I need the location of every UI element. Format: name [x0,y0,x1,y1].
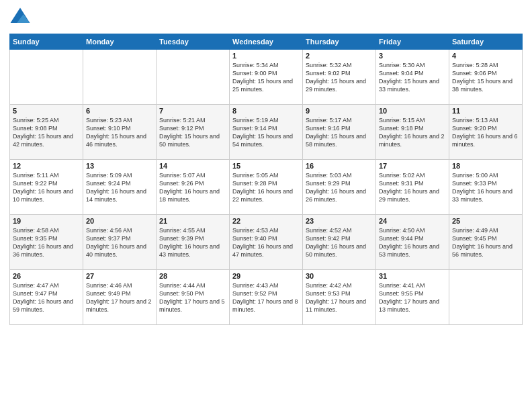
day-cell [83,50,157,105]
day-number: 6 [86,107,153,115]
day-cell: 26Sunrise: 4:47 AM Sunset: 9:47 PM Dayli… [10,270,83,325]
day-info: Sunrise: 4:58 AM Sunset: 9:35 PM Dayligh… [13,226,80,259]
day-cell: 12Sunrise: 5:11 AM Sunset: 9:22 PM Dayli… [10,160,83,215]
week-row-2: 12Sunrise: 5:11 AM Sunset: 9:22 PM Dayli… [10,160,523,215]
day-cell: 24Sunrise: 4:50 AM Sunset: 9:44 PM Dayli… [376,215,449,270]
day-number: 13 [86,162,153,170]
day-info: Sunrise: 4:49 AM Sunset: 9:45 PM Dayligh… [452,226,519,259]
day-number: 31 [379,272,446,280]
day-number: 28 [159,272,226,280]
day-info: Sunrise: 5:21 AM Sunset: 9:12 PM Dayligh… [159,116,226,149]
col-header-friday: Friday [376,34,449,50]
day-number: 25 [452,217,519,225]
page: SundayMondayTuesdayWednesdayThursdayFrid… [0,0,532,411]
day-info: Sunrise: 5:28 AM Sunset: 9:06 PM Dayligh… [452,61,519,94]
day-cell: 1Sunrise: 5:34 AM Sunset: 9:00 PM Daylig… [230,50,303,105]
day-number: 14 [159,162,226,170]
day-cell: 14Sunrise: 5:07 AM Sunset: 9:26 PM Dayli… [157,160,230,215]
day-number: 23 [306,217,373,225]
day-info: Sunrise: 5:32 AM Sunset: 9:02 PM Dayligh… [306,61,373,94]
day-cell: 5Sunrise: 5:25 AM Sunset: 9:08 PM Daylig… [10,105,83,160]
day-info: Sunrise: 5:03 AM Sunset: 9:29 PM Dayligh… [306,171,373,204]
calendar-table: SundayMondayTuesdayWednesdayThursdayFrid… [9,34,523,325]
day-info: Sunrise: 4:56 AM Sunset: 9:37 PM Dayligh… [86,226,153,259]
col-header-thursday: Thursday [303,34,376,50]
day-cell [449,270,523,325]
day-cell: 27Sunrise: 4:46 AM Sunset: 9:49 PM Dayli… [83,270,157,325]
day-info: Sunrise: 5:19 AM Sunset: 9:14 PM Dayligh… [232,116,300,149]
day-number: 1 [232,52,300,60]
day-cell: 3Sunrise: 5:30 AM Sunset: 9:04 PM Daylig… [376,50,449,105]
logo-icon [9,7,31,28]
day-number: 5 [13,107,80,115]
day-info: Sunrise: 5:07 AM Sunset: 9:26 PM Dayligh… [159,171,226,204]
day-cell: 13Sunrise: 5:09 AM Sunset: 9:24 PM Dayli… [83,160,157,215]
day-info: Sunrise: 5:30 AM Sunset: 9:04 PM Dayligh… [379,61,446,94]
day-info: Sunrise: 4:55 AM Sunset: 9:39 PM Dayligh… [159,226,226,259]
day-info: Sunrise: 5:11 AM Sunset: 9:22 PM Dayligh… [13,171,80,204]
day-cell: 8Sunrise: 5:19 AM Sunset: 9:14 PM Daylig… [230,105,303,160]
day-number: 19 [13,217,80,225]
day-number: 9 [306,107,373,115]
day-info: Sunrise: 5:13 AM Sunset: 9:20 PM Dayligh… [452,116,519,149]
day-info: Sunrise: 5:09 AM Sunset: 9:24 PM Dayligh… [86,171,153,204]
day-cell: 16Sunrise: 5:03 AM Sunset: 9:29 PM Dayli… [303,160,376,215]
day-info: Sunrise: 4:43 AM Sunset: 9:52 PM Dayligh… [232,281,300,314]
col-header-tuesday: Tuesday [157,34,230,50]
day-number: 27 [86,272,153,280]
col-header-sunday: Sunday [10,34,83,50]
day-cell: 18Sunrise: 5:00 AM Sunset: 9:33 PM Dayli… [449,160,523,215]
day-number: 12 [13,162,80,170]
day-cell: 7Sunrise: 5:21 AM Sunset: 9:12 PM Daylig… [157,105,230,160]
col-header-saturday: Saturday [449,34,523,50]
day-number: 3 [379,52,446,60]
day-number: 4 [452,52,519,60]
day-cell: 6Sunrise: 5:23 AM Sunset: 9:10 PM Daylig… [83,105,157,160]
day-cell [157,50,230,105]
day-cell: 10Sunrise: 5:15 AM Sunset: 9:18 PM Dayli… [376,105,449,160]
day-cell: 29Sunrise: 4:43 AM Sunset: 9:52 PM Dayli… [230,270,303,325]
day-cell: 19Sunrise: 4:58 AM Sunset: 9:35 PM Dayli… [10,215,83,270]
day-info: Sunrise: 4:42 AM Sunset: 9:53 PM Dayligh… [306,281,373,314]
day-number: 30 [306,272,373,280]
day-info: Sunrise: 4:44 AM Sunset: 9:50 PM Dayligh… [159,281,226,314]
col-header-wednesday: Wednesday [230,34,303,50]
day-cell: 30Sunrise: 4:42 AM Sunset: 9:53 PM Dayli… [303,270,376,325]
day-cell: 9Sunrise: 5:17 AM Sunset: 9:16 PM Daylig… [303,105,376,160]
day-cell: 22Sunrise: 4:53 AM Sunset: 9:40 PM Dayli… [230,215,303,270]
day-number: 7 [159,107,226,115]
col-header-monday: Monday [83,34,157,50]
day-info: Sunrise: 4:47 AM Sunset: 9:47 PM Dayligh… [13,281,80,314]
day-cell: 17Sunrise: 5:02 AM Sunset: 9:31 PM Dayli… [376,160,449,215]
day-info: Sunrise: 5:34 AM Sunset: 9:00 PM Dayligh… [232,61,300,94]
day-number: 2 [306,52,373,60]
day-cell: 15Sunrise: 5:05 AM Sunset: 9:28 PM Dayli… [230,160,303,215]
day-cell: 4Sunrise: 5:28 AM Sunset: 9:06 PM Daylig… [449,50,523,105]
day-number: 17 [379,162,446,170]
day-cell: 21Sunrise: 4:55 AM Sunset: 9:39 PM Dayli… [157,215,230,270]
day-cell: 31Sunrise: 4:41 AM Sunset: 9:55 PM Dayli… [376,270,449,325]
day-number: 24 [379,217,446,225]
day-info: Sunrise: 5:05 AM Sunset: 9:28 PM Dayligh… [232,171,300,204]
day-info: Sunrise: 5:17 AM Sunset: 9:16 PM Dayligh… [306,116,373,149]
day-cell: 2Sunrise: 5:32 AM Sunset: 9:02 PM Daylig… [303,50,376,105]
day-info: Sunrise: 5:25 AM Sunset: 9:08 PM Dayligh… [13,116,80,149]
day-number: 10 [379,107,446,115]
day-number: 16 [306,162,373,170]
day-number: 22 [232,217,300,225]
day-number: 11 [452,107,519,115]
day-cell: 25Sunrise: 4:49 AM Sunset: 9:45 PM Dayli… [449,215,523,270]
week-row-4: 26Sunrise: 4:47 AM Sunset: 9:47 PM Dayli… [10,270,523,325]
day-number: 15 [232,162,300,170]
calendar-header-row: SundayMondayTuesdayWednesdayThursdayFrid… [10,34,523,50]
header [9,7,523,28]
day-info: Sunrise: 5:23 AM Sunset: 9:10 PM Dayligh… [86,116,153,149]
day-number: 8 [232,107,300,115]
day-info: Sunrise: 5:15 AM Sunset: 9:18 PM Dayligh… [379,116,446,149]
day-number: 18 [452,162,519,170]
day-number: 26 [13,272,80,280]
day-cell: 23Sunrise: 4:52 AM Sunset: 9:42 PM Dayli… [303,215,376,270]
day-info: Sunrise: 4:52 AM Sunset: 9:42 PM Dayligh… [306,226,373,259]
day-cell: 28Sunrise: 4:44 AM Sunset: 9:50 PM Dayli… [157,270,230,325]
day-info: Sunrise: 4:41 AM Sunset: 9:55 PM Dayligh… [379,281,446,314]
